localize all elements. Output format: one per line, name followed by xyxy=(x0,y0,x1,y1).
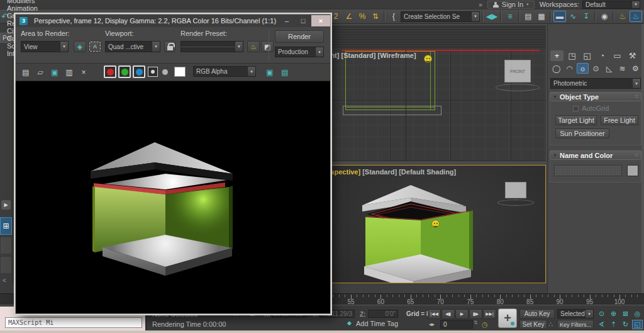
timeline-tick[interactable] xyxy=(464,295,465,297)
zoom-extents-all-icon[interactable]: ◎ xyxy=(632,309,643,319)
render-window-titlebar[interactable]: 3 Perspective, frame 12, Display Gamma: … xyxy=(16,14,330,27)
timeline-tick[interactable] xyxy=(625,295,626,297)
timeline-tick[interactable] xyxy=(476,295,477,297)
schematic-view-icon[interactable]: ↧ xyxy=(580,11,592,22)
alpha-channel-button[interactable] xyxy=(162,69,168,75)
zoom-extents-icon[interactable]: ⊠ xyxy=(620,309,631,319)
maximize-viewport-icon[interactable]: ◱ xyxy=(632,320,643,329)
percent-snap-icon[interactable]: % xyxy=(356,11,369,22)
zoom-all-icon[interactable]: ⊕ xyxy=(608,309,619,319)
green-channel-button[interactable] xyxy=(118,65,131,78)
free-light-button[interactable]: Free Light xyxy=(601,115,638,125)
light-helper-icon[interactable] xyxy=(431,220,440,228)
rollout-object-type[interactable]: ▼ Object Type ∷ xyxy=(550,92,641,101)
timeline-tick[interactable] xyxy=(404,295,405,297)
autogrid-checkbox[interactable] xyxy=(573,106,579,111)
channel-display-dropdown[interactable]: RGB Alpha ▾ xyxy=(193,66,256,77)
panel-scrollbar[interactable] xyxy=(641,24,644,293)
timeline-tick[interactable] xyxy=(566,295,567,297)
go-to-start-button[interactable]: |◀◀ xyxy=(428,309,441,319)
curve-editor-icon[interactable]: ∿ xyxy=(567,11,579,22)
timeline-tick[interactable] xyxy=(416,295,417,297)
ribbon-toggle-icon[interactable]: ▬ xyxy=(553,11,566,22)
maxscript-input[interactable]: MAXScript Mi xyxy=(5,317,142,328)
close-button[interactable]: × xyxy=(311,15,330,26)
render-preset-dropdown[interactable]: ▾ xyxy=(180,41,243,52)
set-key-button[interactable]: Set Key xyxy=(519,320,547,329)
timeline-tick[interactable] xyxy=(572,295,572,297)
motion-tab[interactable]: ◔ xyxy=(596,50,609,61)
timeline-tick[interactable] xyxy=(542,295,543,297)
viewport-layout-tab-3[interactable] xyxy=(0,256,12,274)
utilities-tab[interactable]: ⚒ xyxy=(626,50,639,61)
timeline-tick[interactable] xyxy=(447,295,447,297)
viewport-dropdown[interactable]: Quad ...ctive ▾ xyxy=(105,41,160,52)
mirror-icon[interactable]: ◀▶ xyxy=(486,11,498,22)
z-coordinate-field[interactable]: 0'0" xyxy=(368,310,398,318)
red-channel-button[interactable] xyxy=(104,65,116,78)
timeline-tick[interactable] xyxy=(339,295,340,297)
auto-key-button[interactable]: Auto Key xyxy=(519,309,555,319)
lights-category-icon[interactable]: ☼ xyxy=(577,63,589,74)
viewcube[interactable]: FRONT xyxy=(504,60,531,82)
display-tab[interactable]: ▭ xyxy=(611,50,624,61)
viewport-front[interactable]: [Front] [Standard] [Wireframe] FRONT xyxy=(330,25,546,161)
angle-snap-icon[interactable]: ∠ xyxy=(343,11,355,22)
timeline-tick[interactable] xyxy=(596,295,596,297)
timeline-tick[interactable] xyxy=(554,295,555,297)
shapes-category-icon[interactable]: ◠ xyxy=(564,63,575,74)
minimize-button[interactable]: – xyxy=(279,15,295,26)
viewport-front-label[interactable]: [Front] [Standard] [Wireframe] xyxy=(330,52,416,59)
timeline-tick[interactable] xyxy=(369,295,369,297)
modify-tab[interactable]: ◳ xyxy=(565,50,579,61)
viewcube[interactable] xyxy=(505,182,526,198)
timeline-tick[interactable] xyxy=(375,295,375,297)
prev-next-key-icon[interactable]: ◂▸ xyxy=(429,321,435,327)
hierarchy-tab[interactable]: ◱ xyxy=(580,50,594,61)
timeline-tick[interactable] xyxy=(548,295,548,297)
field-of-view-icon[interactable]: ∢ xyxy=(596,320,607,329)
clear-image-icon[interactable]: × xyxy=(77,66,90,78)
channel-display-toggle-icon[interactable]: ▣ xyxy=(264,66,276,78)
previous-frame-button[interactable]: ◀▮ xyxy=(441,309,455,319)
zoom-icon[interactable]: ⊙ xyxy=(596,309,607,319)
timeline-tick[interactable] xyxy=(458,295,459,297)
blue-channel-button[interactable] xyxy=(133,65,145,78)
key-filters-button[interactable]: Key Filters... xyxy=(557,320,594,329)
render-setup-icon[interactable]: ♨ xyxy=(616,11,629,22)
timeline-tick[interactable] xyxy=(357,295,357,297)
cameras-category-icon[interactable]: ⊙ xyxy=(590,63,602,74)
sun-positioner-button[interactable]: Sun Positioner xyxy=(555,128,609,138)
auto-region-icon[interactable]: A xyxy=(89,41,101,52)
next-frame-button[interactable]: ▮▶ xyxy=(469,309,482,319)
snaps-toggle-icon[interactable]: 2 xyxy=(330,11,342,22)
viewcube-ring[interactable] xyxy=(497,200,534,206)
viewport-perspective[interactable]: [Perspective] [Standard] [Default Shadin… xyxy=(330,165,546,283)
sign-in-button[interactable]: Sign In ▾ xyxy=(487,1,535,9)
viewport-layout-tab-2[interactable] xyxy=(0,237,12,254)
set-keys-button[interactable]: + xyxy=(498,308,517,328)
timeline-tick[interactable] xyxy=(482,295,483,297)
pan-icon[interactable]: ⇡ xyxy=(608,320,619,329)
save-image-icon[interactable]: ▤ xyxy=(19,66,32,78)
timeline-tick[interactable] xyxy=(524,295,525,297)
scene-explorer-icon[interactable]: ▤ xyxy=(522,11,535,22)
timeline-tick[interactable] xyxy=(584,295,584,297)
background-color-swatch[interactable] xyxy=(174,67,186,77)
edit-named-selection-sets-icon[interactable]: { xyxy=(387,11,400,22)
timeline-tick[interactable] xyxy=(506,295,507,297)
timeline-tick[interactable] xyxy=(428,295,429,297)
menu-animation[interactable]: Animation xyxy=(0,4,57,12)
play-button[interactable]: ▶ xyxy=(455,309,469,319)
key-mode-icon[interactable]: ◷ xyxy=(482,320,488,329)
collapse-icon[interactable]: < xyxy=(3,277,6,284)
expand-panel-button[interactable]: ▶ xyxy=(1,200,11,210)
timeline-tick[interactable] xyxy=(363,295,364,297)
create-tab[interactable]: + xyxy=(550,50,564,61)
timeline-tick[interactable] xyxy=(387,295,387,297)
current-frame-field[interactable]: 0 xyxy=(440,320,473,329)
key-filters-paw-icon[interactable]: ∴ xyxy=(548,320,553,329)
timeline-tick[interactable] xyxy=(333,295,333,297)
area-to-render-dropdown[interactable]: View ▾ xyxy=(21,41,69,52)
orbit-icon[interactable]: ↻ xyxy=(620,320,631,329)
